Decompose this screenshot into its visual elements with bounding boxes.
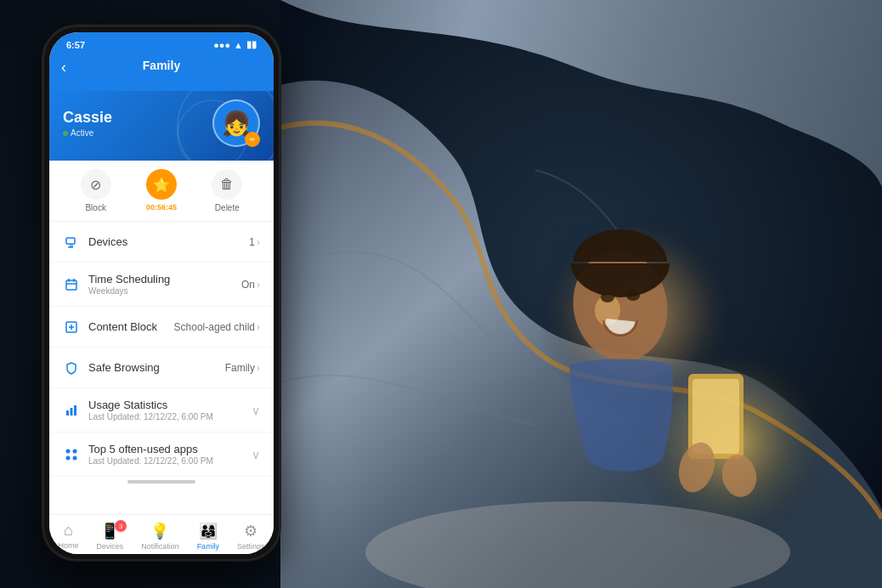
svg-rect-0 [66, 238, 75, 244]
svg-rect-10 [74, 405, 76, 416]
devices-badge: 3 [115, 520, 127, 532]
notification-icon: 💡 [150, 522, 169, 540]
menu-item-time-scheduling[interactable]: Time Scheduling Weekdays On › [49, 263, 274, 307]
top-apps-content: Top 5 often-used apps Last Updated: 12/1… [88, 443, 252, 466]
status-time: 6:57 [66, 40, 85, 50]
devices-chevron: › [257, 236, 260, 248]
header-title: Family [63, 59, 260, 72]
devices-title: Devices [88, 235, 249, 248]
menu-item-content-block[interactable]: Content Block School-aged child › [49, 307, 274, 348]
delete-button[interactable]: 🗑 Delete [212, 169, 242, 212]
nav-family[interactable]: 👨‍👩‍👧 Family [197, 522, 220, 551]
block-label: Block [85, 203, 105, 212]
time-scheduling-value: On › [241, 279, 260, 291]
time-scheduling-icon [63, 276, 80, 293]
app-header: ‹ Family [49, 54, 274, 91]
time-scheduling-chevron: › [257, 279, 260, 291]
svg-rect-3 [66, 280, 76, 290]
nav-devices[interactable]: 📱 3 Devices [96, 522, 123, 551]
home-label: Home [58, 541, 78, 550]
family-icon: 👨‍👩‍👧 [199, 522, 218, 540]
nav-home[interactable]: ⌂ Home [58, 522, 78, 551]
delete-label: Delete [215, 203, 240, 212]
content-block-value: School-aged child › [174, 321, 260, 333]
usage-statistics-expand[interactable]: ∨ [252, 404, 260, 417]
nav-notification[interactable]: 💡 Notification [141, 522, 179, 551]
svg-rect-9 [71, 408, 73, 416]
time-scheduling-subtitle: Weekdays [88, 286, 241, 296]
devices-nav-label: Devices [96, 542, 123, 551]
content-block-icon [63, 319, 80, 336]
block-icon: ⊘ [81, 169, 111, 200]
wifi-icon: ▲ [234, 40, 243, 50]
menu-item-usage-statistics[interactable]: Usage Statistics Last Updated: 12/12/22,… [49, 388, 274, 433]
menu-item-devices[interactable]: Devices 1 › [49, 222, 274, 263]
battery-icon: ▮▮ [246, 39, 257, 50]
smartphone-frame: 6:57 ●●● ▲ ▮▮ ‹ Family Cassie Active 👧 [42, 25, 280, 561]
top-apps-title: Top 5 often-used apps [88, 443, 252, 455]
signal-icon: ●●● [213, 40, 230, 50]
action-bar: ⊘ Block ⭐ 00:56:45 🗑 Delete [49, 161, 274, 222]
delete-icon: 🗑 [212, 169, 242, 200]
content-block-content: Content Block [88, 320, 174, 333]
smartphone-screen: 6:57 ●●● ▲ ▮▮ ‹ Family Cassie Active 👧 [49, 32, 274, 554]
back-button[interactable]: ‹ [61, 59, 66, 76]
status-label: Active [71, 128, 93, 138]
menu-item-safe-browsing[interactable]: Safe Browsing Family › [49, 348, 274, 388]
profile-status: Active [63, 128, 112, 138]
menu-list: Devices 1 › Time Scheduling Weekdays On [49, 222, 274, 477]
content-block-title: Content Block [88, 320, 174, 333]
usage-statistics-title: Usage Statistics [88, 399, 252, 411]
svg-point-12 [73, 449, 77, 453]
bottom-nav: ⌂ Home 📱 3 Devices 💡 Notification 👨‍👩‍👧 … [49, 514, 274, 554]
usage-statistics-content: Usage Statistics Last Updated: 12/12/22,… [88, 399, 252, 421]
edit-icon: ✏ [250, 136, 256, 144]
top-apps-subtitle: Last Updated: 12/12/22, 6:00 PM [88, 456, 252, 466]
devices-value: 1 › [249, 236, 260, 248]
block-button[interactable]: ⊘ Block [81, 169, 111, 212]
active-dot [63, 131, 68, 136]
profile-info: Cassie Active [63, 109, 112, 138]
timer-icon: ⭐ [146, 169, 177, 200]
family-label: Family [197, 542, 220, 551]
content-block-chevron: › [257, 321, 260, 333]
home-icon: ⌂ [64, 522, 73, 540]
svg-rect-8 [66, 410, 69, 416]
menu-item-top-apps[interactable]: Top 5 often-used apps Last Updated: 12/1… [49, 433, 274, 477]
safe-browsing-value: Family › [225, 362, 260, 374]
profile-name: Cassie [63, 109, 112, 127]
svg-point-13 [66, 455, 71, 460]
home-indicator [127, 480, 195, 483]
avatar[interactable]: 👧 ✏ [212, 99, 260, 147]
devices-icon [63, 234, 80, 251]
top-apps-icon [63, 446, 80, 463]
background-scene [280, 0, 882, 588]
settings-icon: ⚙ [244, 522, 257, 540]
time-scheduling-content: Time Scheduling Weekdays [88, 273, 241, 296]
top-apps-expand[interactable]: ∨ [252, 448, 260, 461]
timer-value: 00:56:45 [146, 203, 177, 212]
status-bar: 6:57 ●●● ▲ ▮▮ [49, 32, 274, 54]
avatar-edit-button[interactable]: ✏ [245, 132, 260, 147]
profile-section: Cassie Active 👧 ✏ [49, 91, 274, 161]
notification-label: Notification [141, 542, 179, 551]
safe-browsing-chevron: › [257, 362, 260, 374]
nav-settings[interactable]: ⚙ Settings [237, 522, 265, 551]
time-scheduling-title: Time Scheduling [88, 273, 241, 286]
safe-browsing-title: Safe Browsing [88, 361, 225, 374]
safe-browsing-content: Safe Browsing [88, 361, 225, 374]
timer-button[interactable]: ⭐ 00:56:45 [146, 169, 177, 212]
usage-statistics-icon [63, 402, 80, 419]
svg-point-14 [73, 455, 77, 460]
svg-point-11 [66, 449, 71, 453]
usage-statistics-subtitle: Last Updated: 12/12/22, 6:00 PM [88, 412, 252, 421]
status-icons: ●●● ▲ ▮▮ [213, 39, 257, 50]
devices-content: Devices [88, 235, 249, 248]
safe-browsing-icon [63, 359, 80, 376]
settings-label: Settings [237, 542, 265, 551]
